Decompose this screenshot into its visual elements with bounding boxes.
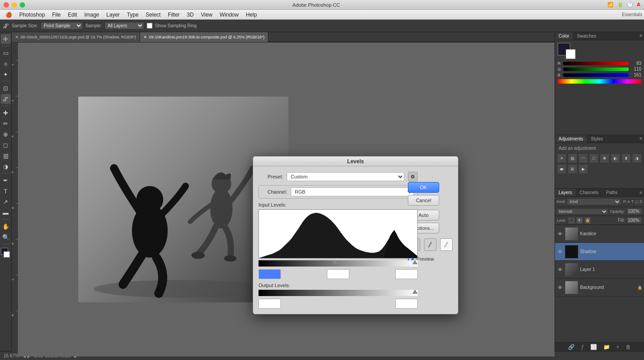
- input-black-field[interactable]: 253: [258, 269, 281, 279]
- lasso-tool[interactable]: ⌾: [1, 59, 11, 68]
- mid-input-slider-thumb[interactable]: [333, 260, 337, 264]
- menu-type[interactable]: Type: [123, 12, 142, 18]
- lock-pixels[interactable]: ⬛: [568, 217, 575, 224]
- preset-select[interactable]: Custom Default Darker Increase Contrast …: [287, 172, 404, 181]
- layer-row-kandice[interactable]: 👁 Kandice: [555, 225, 644, 243]
- g-slider[interactable]: [563, 68, 629, 71]
- menu-edit[interactable]: Edit: [64, 12, 81, 18]
- maximize-button[interactable]: [20, 2, 25, 8]
- filter-smart-icon[interactable]: S: [640, 199, 642, 204]
- show-sampling-ring-checkbox[interactable]: [147, 23, 153, 29]
- adj-photo-filter[interactable]: ⬬: [557, 164, 567, 174]
- adj-more[interactable]: ▶: [578, 164, 588, 174]
- kind-select[interactable]: Kind: [567, 198, 621, 205]
- gray-eyedropper[interactable]: [424, 238, 436, 251]
- sample-layers-select[interactable]: All Layers Current Layer: [105, 22, 144, 30]
- essentials-dropdown[interactable]: Essentials: [622, 12, 642, 17]
- adjustments-tab[interactable]: Adjustments: [555, 135, 587, 143]
- menu-photoshop[interactable]: Photoshop: [16, 12, 48, 18]
- tab-0[interactable]: ✕ 08-iStock_000011057163Large.psd @ 16.7…: [12, 32, 140, 42]
- adj-panel-options[interactable]: ≡: [638, 135, 644, 143]
- adj-exposure[interactable]: ⬡: [589, 153, 599, 163]
- layer-row-background[interactable]: 👁 Background 🔒: [555, 279, 644, 296]
- white-eyedropper[interactable]: [440, 238, 453, 251]
- lock-position[interactable]: ✛: [576, 217, 583, 224]
- link-layers-btn[interactable]: 🔗: [567, 344, 576, 350]
- menu-file[interactable]: File: [48, 12, 64, 18]
- text-tool[interactable]: T: [1, 186, 11, 196]
- minimize-button[interactable]: [12, 2, 17, 8]
- marquee-tool[interactable]: ▭: [1, 48, 11, 58]
- menu-3d[interactable]: 3D: [183, 12, 197, 18]
- layer-row-shadow[interactable]: 👁 Shadow: [555, 243, 644, 261]
- adj-channel-mixer[interactable]: ⊞: [568, 164, 577, 174]
- gradient-tool[interactable]: ▥: [1, 151, 11, 161]
- shape-tool[interactable]: ▬: [1, 208, 11, 217]
- move-tool[interactable]: ✛: [1, 34, 11, 44]
- ok-button[interactable]: OK: [408, 182, 439, 193]
- white-input-slider-thumb[interactable]: [412, 260, 418, 264]
- cancel-button[interactable]: Cancel: [408, 195, 439, 206]
- blend-mode-select[interactable]: Normal Multiply Screen: [557, 208, 608, 215]
- swatches-tab[interactable]: Swatches: [573, 32, 600, 40]
- color-tab[interactable]: Color: [555, 32, 573, 40]
- filter-shape-icon[interactable]: ◻: [635, 199, 638, 204]
- adj-color-balance[interactable]: ⧗: [621, 153, 631, 163]
- paths-tab[interactable]: Paths: [602, 189, 622, 196]
- r-slider[interactable]: [563, 62, 629, 65]
- tab-close-1[interactable]: ✕: [144, 35, 147, 39]
- output-black-field[interactable]: 0: [258, 299, 281, 309]
- tab-close-0[interactable]: ✕: [15, 35, 19, 39]
- path-select-tool[interactable]: ↗: [1, 197, 11, 207]
- sample-size-select[interactable]: Point Sample 3 by 3 Average 5 by 5 Avera…: [41, 22, 83, 30]
- input-slider[interactable]: [258, 260, 418, 267]
- menu-filter[interactable]: Filter: [164, 12, 183, 18]
- preset-gear-button[interactable]: ⚙: [408, 172, 418, 182]
- eyedropper-tool[interactable]: 🖇: [1, 94, 11, 104]
- white-output-slider-thumb[interactable]: [412, 289, 418, 294]
- layer-vis-kandice[interactable]: 👁: [557, 231, 563, 237]
- input-mid-field[interactable]: 1.00: [327, 269, 349, 279]
- background-swatch[interactable]: [566, 49, 576, 59]
- zoom-tool[interactable]: 🔍: [1, 232, 11, 242]
- channel-select[interactable]: RGB Red Green Blue: [291, 187, 414, 196]
- menu-image[interactable]: Image: [80, 12, 102, 18]
- layer-vis-layer1[interactable]: 👁: [557, 267, 563, 273]
- image-canvas[interactable]: Levels OK Cancel Auto Options...: [18, 42, 555, 356]
- layers-panel-options[interactable]: ≡: [638, 189, 644, 196]
- fill-input[interactable]: [627, 217, 642, 224]
- close-button[interactable]: [4, 2, 9, 8]
- layers-tab[interactable]: Layers: [555, 189, 576, 196]
- menu-window[interactable]: Window: [216, 12, 242, 18]
- tab-1[interactable]: ✕ 09-10KandiceLynn19-306-to-composite.ps…: [140, 32, 268, 42]
- menu-view[interactable]: View: [197, 12, 216, 18]
- filter-adj-icon[interactable]: A: [627, 199, 630, 204]
- new-layer-btn[interactable]: +: [615, 344, 621, 350]
- opacity-input[interactable]: [627, 208, 642, 215]
- menu-layer[interactable]: Layer: [103, 12, 123, 18]
- adj-levels[interactable]: ▤: [568, 153, 577, 163]
- styles-tab[interactable]: Styles: [587, 135, 607, 143]
- brush-tool[interactable]: ✏: [1, 119, 11, 128]
- channels-tab[interactable]: Channels: [576, 189, 602, 196]
- black-input-slider-thumb[interactable]: [258, 260, 264, 264]
- input-white-field[interactable]: 255: [395, 269, 418, 279]
- output-white-field[interactable]: 255: [395, 299, 418, 309]
- adj-vibrance[interactable]: ❋: [600, 153, 610, 163]
- layer-vis-shadow[interactable]: 👁: [557, 249, 563, 255]
- lock-all[interactable]: 🔒: [585, 217, 591, 224]
- healing-brush-tool[interactable]: ✚: [1, 108, 11, 118]
- output-slider[interactable]: [258, 290, 418, 296]
- adj-hue-sat[interactable]: ◐: [610, 153, 620, 163]
- magic-wand-tool[interactable]: ✦: [1, 69, 11, 79]
- add-mask-btn[interactable]: ⬜: [589, 344, 598, 350]
- crop-tool[interactable]: ⊡: [1, 83, 11, 93]
- pen-tool[interactable]: ✒: [1, 175, 11, 185]
- menu-select[interactable]: Select: [142, 12, 164, 18]
- b-slider[interactable]: [563, 73, 629, 77]
- new-group-btn[interactable]: 📁: [602, 344, 611, 350]
- spectrum-bar[interactable]: [558, 79, 641, 84]
- add-style-btn[interactable]: ƒ: [580, 344, 585, 350]
- adj-bw[interactable]: ◑: [632, 153, 642, 163]
- layer-row-layer1[interactable]: 👁 Layer 1: [555, 261, 644, 279]
